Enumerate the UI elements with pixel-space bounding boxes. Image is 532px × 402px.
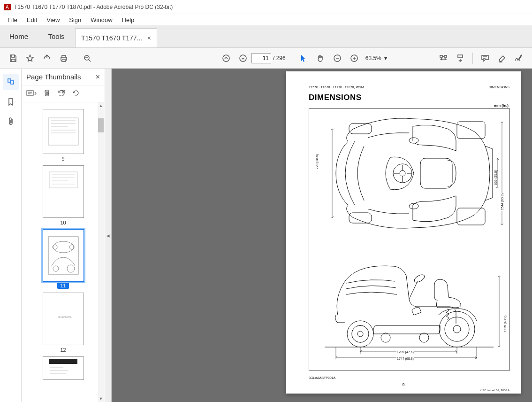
nav-rail — [0, 69, 22, 402]
svg-rect-30 — [49, 359, 77, 364]
workspace: Page Thumbnails × 9 10 11 GGENERAL — [0, 69, 532, 402]
menu-edit[interactable]: Edit — [22, 15, 42, 24]
rail-attachments-icon[interactable] — [3, 114, 19, 130]
page-total: / 296 — [273, 55, 286, 62]
menu-window[interactable]: Window — [86, 15, 117, 24]
thumbnail[interactable]: 9 — [40, 109, 87, 162]
page-header-right: DIMENSIONS — [489, 85, 509, 89]
tab-tools[interactable]: Tools — [38, 25, 75, 47]
save-icon[interactable] — [5, 50, 22, 67]
svg-point-52 — [381, 333, 390, 342]
tab-close-icon[interactable]: × — [147, 34, 151, 42]
select-tool-icon[interactable] — [295, 50, 312, 67]
page-up-icon[interactable] — [218, 50, 235, 67]
window-titlebar: A T1570 T1670 T1770 T1870.pdf - Adobe Ac… — [0, 0, 532, 14]
svg-point-47 — [352, 325, 369, 342]
dim-track-width: 723 (28.5) — [315, 154, 319, 170]
tab-bar: Home Tools T1570 T1670 T177... × — [0, 25, 532, 48]
svg-text:A: A — [6, 5, 9, 10]
dim-overall-width: 1544 (60.8) — [501, 193, 504, 211]
menu-view[interactable]: View — [42, 15, 64, 24]
thumbnail-number: 10 — [60, 220, 66, 225]
menu-help[interactable]: Help — [117, 15, 139, 24]
window-title: T1570 T1670 T1770 T1870.pdf - Adobe Acro… — [14, 4, 173, 10]
app-icon: A — [4, 3, 11, 11]
svg-point-3 — [223, 55, 229, 62]
svg-point-37 — [400, 170, 405, 176]
document-view[interactable]: T1570 · T1670 · T1770 · T1870, WSM DIMEN… — [112, 69, 532, 402]
page-number-input[interactable] — [251, 53, 271, 63]
svg-rect-38 — [457, 122, 485, 139]
svg-point-26 — [53, 266, 59, 271]
menu-file[interactable]: File — [3, 15, 22, 24]
drawing-frame: 723 (28.5) 655 (25.8) 1544 (60.8) — [309, 108, 509, 371]
document-page: T1570 · T1670 · T1770 · T1870, WSM DIMEN… — [286, 71, 521, 394]
share-icon[interactable] — [38, 50, 55, 67]
svg-point-49 — [439, 311, 475, 347]
tab-document[interactable]: T1570 T1670 T177... × — [75, 28, 157, 47]
thumbnail-selected[interactable]: 11 — [40, 229, 87, 289]
thumbnails-list[interactable]: 9 10 11 GGENERAL 12 ▲ ▼ — [22, 102, 105, 402]
zoom-out-icon[interactable] — [329, 50, 346, 67]
toolbar-right — [435, 50, 527, 67]
figure-ref: 3GLAAABFP001A — [309, 376, 335, 379]
rail-bookmarks-icon[interactable] — [3, 94, 19, 110]
page-controls: / 296 63.5% ▾ — [218, 50, 390, 67]
svg-rect-39 — [457, 208, 485, 225]
fit-page-icon[interactable] — [452, 50, 469, 67]
print-icon[interactable] — [55, 50, 72, 67]
svg-rect-34 — [349, 124, 372, 134]
tab-home[interactable]: Home — [0, 25, 38, 47]
page-down-icon[interactable] — [235, 50, 251, 67]
thumbnails-panel: Page Thumbnails × 9 10 11 GGENERAL — [22, 69, 105, 402]
svg-text:G: G — [58, 316, 60, 318]
svg-text:GENERAL: GENERAL — [61, 316, 72, 318]
tab-document-label: T1570 T1670 T177... — [81, 34, 142, 42]
fit-width-icon[interactable] — [435, 50, 452, 67]
find-icon[interactable] — [79, 50, 96, 67]
zoom-value[interactable]: 63.5% ▾ — [363, 55, 390, 62]
signature-icon[interactable] — [510, 50, 527, 67]
svg-rect-7 — [8, 79, 11, 82]
svg-rect-8 — [11, 81, 14, 84]
svg-point-27 — [67, 265, 75, 272]
drawing-top-view: 723 (28.5) 655 (25.8) 1544 (60.8) — [314, 113, 504, 234]
page-footer: KISC issued 09, 2006 A — [480, 389, 509, 392]
rail-thumbnails-icon[interactable] — [3, 74, 19, 90]
thumbnail-number: 9 — [61, 156, 64, 162]
menu-sign[interactable]: Sign — [64, 15, 86, 24]
menu-bar: File Edit View Sign Window Help — [0, 14, 532, 25]
thumbnails-tools — [22, 85, 105, 102]
thumbnails-scrollbar[interactable]: ▲ ▼ — [98, 102, 104, 402]
highlight-icon[interactable] — [494, 50, 510, 67]
svg-rect-17 — [49, 172, 77, 188]
panel-collapse-icon[interactable]: ◂ — [105, 69, 112, 402]
thumbnails-header: Page Thumbnails × — [22, 69, 105, 85]
page-title: DIMENSIONS — [309, 93, 362, 102]
svg-point-50 — [445, 317, 469, 341]
dim-wheelbase: 1209 (47.6) — [396, 350, 414, 354]
hand-tool-icon[interactable] — [312, 50, 329, 67]
svg-rect-11 — [48, 118, 78, 145]
thumbnail[interactable]: GGENERAL 12 — [40, 293, 87, 353]
svg-point-51 — [453, 325, 461, 333]
thumb-rotate-icon[interactable] — [57, 89, 66, 98]
svg-point-4 — [240, 55, 246, 62]
svg-point-48 — [357, 331, 363, 337]
drawing-side-view: 1209 (47.6) 1747 (68.8) 1115 (43.9) — [314, 245, 504, 366]
star-icon[interactable] — [22, 50, 38, 67]
svg-rect-35 — [349, 213, 372, 223]
thumbnail[interactable] — [40, 356, 87, 380]
separator — [472, 53, 473, 64]
thumb-options-icon[interactable] — [26, 89, 37, 98]
thumbnail[interactable]: 10 — [40, 165, 87, 225]
comment-icon[interactable] — [477, 50, 494, 67]
thumbnails-close-icon[interactable]: × — [96, 73, 100, 81]
svg-point-23 — [53, 241, 74, 253]
dim-seat-width: 655 (25.8) — [494, 170, 497, 186]
zoom-in-icon[interactable] — [346, 50, 363, 67]
thumb-delete-icon[interactable] — [43, 89, 51, 98]
thumb-undo-icon[interactable] — [72, 89, 80, 98]
toolbar: / 296 63.5% ▾ — [0, 48, 532, 69]
svg-point-46 — [347, 321, 373, 347]
